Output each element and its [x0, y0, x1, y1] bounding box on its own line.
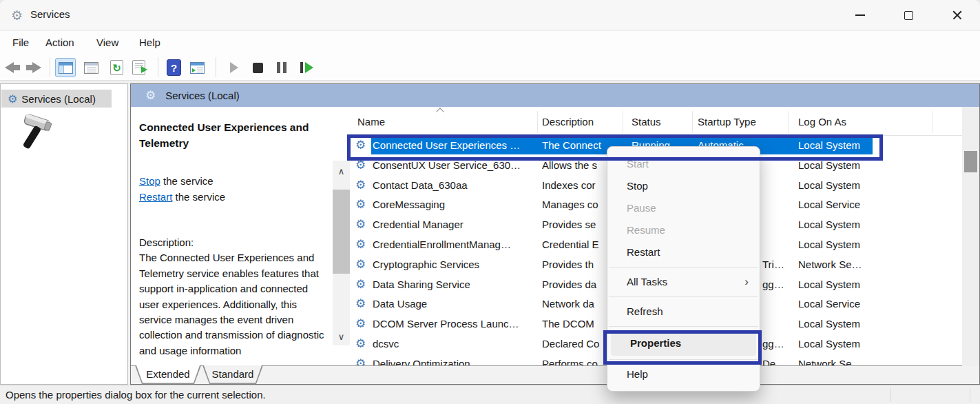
column-divider[interactable]	[692, 111, 693, 133]
start-service-icon[interactable]	[230, 58, 238, 77]
cell-log-on-as: Local System	[798, 275, 908, 295]
export-list-icon[interactable]	[132, 58, 145, 77]
show-console-tree-icon[interactable]	[55, 58, 76, 77]
service-gear-icon: ⚙	[355, 179, 366, 192]
service-gear-icon: ⚙	[355, 238, 366, 252]
cell-log-on-as: Local System	[798, 314, 908, 334]
column-divider[interactable]	[537, 111, 538, 133]
cell-startup-fragment: gg…	[762, 275, 797, 295]
context-menu-item-pause[interactable]: Pause	[607, 197, 760, 219]
cell-name: Contact Data_630aa	[373, 176, 536, 196]
description-scrollbar[interactable]: ∧ ∨	[333, 161, 350, 345]
context-menu-item-help[interactable]: Help	[607, 363, 760, 385]
service-gear-icon: ⚙	[355, 278, 366, 292]
restart-service-line: Restart the service	[139, 189, 225, 205]
context-menu-item-resume[interactable]: Resume	[607, 219, 760, 241]
column-header-description[interactable]: Description	[542, 116, 594, 128]
cell-name: Connected User Experiences …	[373, 136, 536, 156]
show-action-pane-icon[interactable]	[190, 58, 205, 77]
help-icon[interactable]: ?	[167, 58, 181, 77]
cell-name: ConsentUX User Service_630…	[373, 156, 536, 176]
cell-name: Data Usage	[373, 294, 536, 314]
column-header-startup[interactable]: Startup Type	[698, 116, 756, 128]
toolbar-separator	[158, 57, 158, 77]
toolbar-separator	[216, 57, 216, 77]
service-description: Description: The Connected User Experien…	[139, 235, 331, 365]
cell-name: Cryptographic Services	[373, 255, 536, 275]
stop-service-icon[interactable]	[253, 58, 263, 77]
menu-separator	[609, 326, 758, 327]
service-gear-icon: ⚙	[355, 357, 366, 365]
selected-service-title: Connected User Experiences and Telemetry	[139, 119, 331, 151]
cell-log-on-as: Local Service	[798, 294, 908, 314]
panel-header-label: Services (Local)	[165, 90, 240, 101]
column-header-status[interactable]: Status	[632, 116, 661, 128]
minimize-button[interactable]	[849, 5, 871, 26]
panel-gear-icon: ⚙	[145, 88, 156, 103]
menu-help[interactable]: Help	[135, 35, 165, 50]
cell-log-on-as: Local System	[798, 235, 908, 255]
context-menu-item-all-tasks[interactable]: All Tasks›	[607, 271, 760, 293]
service-links: Stop the service Restart the service	[139, 173, 225, 205]
maximize-button[interactable]	[897, 5, 919, 26]
forward-icon[interactable]	[26, 58, 41, 77]
stop-service-link[interactable]: Stop	[139, 175, 160, 187]
cell-log-on-as: Local System	[798, 176, 908, 196]
scroll-down-icon[interactable]: ∨	[333, 330, 350, 344]
extended-pane: Connected User Experiences and Telemetry…	[131, 107, 333, 365]
back-icon[interactable]	[5, 58, 20, 77]
menu-view[interactable]: View	[92, 35, 123, 50]
scrollbar-thumb[interactable]	[964, 151, 977, 172]
cell-name: Credential Manager	[373, 215, 536, 235]
maximize-icon	[904, 11, 913, 20]
description-label: Description:	[139, 235, 331, 250]
cell-name: DCOM Server Process Launc…	[373, 314, 536, 334]
column-divider[interactable]	[788, 111, 789, 133]
service-gear-icon: ⚙	[355, 198, 366, 212]
app-gear-icon: ⚙	[11, 8, 23, 23]
window-title: Services	[30, 8, 70, 20]
service-gear-icon: ⚙	[355, 317, 366, 331]
context-menu-item-refresh[interactable]: Refresh	[607, 301, 760, 323]
stop-service-line: Stop the service	[139, 173, 225, 189]
column-header-logon[interactable]: Log On As	[798, 116, 846, 128]
menu-file[interactable]: File	[8, 35, 33, 50]
scroll-up-icon[interactable]: ∧	[333, 165, 350, 179]
context-menu-item-stop[interactable]: Stop	[607, 175, 760, 197]
service-gear-icon: ⚙	[355, 159, 366, 172]
tab-standard[interactable]: Standard	[202, 365, 263, 384]
sidebar-item-services-local[interactable]: ⚙ Services (Local)	[1, 90, 112, 108]
cell-log-on-as: Local System	[798, 334, 908, 354]
context-menu: StartStopPauseResumeRestartAll Tasks›Ref…	[607, 146, 760, 392]
restart-service-link[interactable]: Restart	[139, 191, 172, 203]
cell-name: Delivery Optimization	[373, 354, 536, 365]
context-menu-item-properties[interactable]: Properties	[611, 331, 756, 356]
cell-startup-fragment: De…	[762, 354, 797, 365]
cell-log-on-as: Local System	[798, 156, 908, 176]
column-divider[interactable]	[932, 111, 932, 133]
menu-separator	[609, 359, 758, 360]
close-icon	[952, 10, 963, 21]
main-panel: ⚙ Services (Local) Connected User Experi…	[130, 83, 980, 385]
service-gear-icon: ⚙	[355, 218, 366, 232]
close-button[interactable]	[946, 5, 968, 26]
restart-service-icon[interactable]	[300, 58, 313, 77]
menu-action[interactable]: Action	[41, 35, 79, 50]
column-divider[interactable]	[623, 111, 623, 133]
pause-service-icon[interactable]	[277, 58, 286, 77]
cell-name: CoreMessaging	[373, 195, 536, 215]
cell-log-on-as: Local Service	[798, 195, 908, 215]
list-scrollbar[interactable]	[962, 107, 979, 366]
restart-service-rest: the service	[172, 191, 225, 203]
list-header: Name Description Status Startup Type Log…	[351, 107, 963, 136]
properties-window-icon[interactable]	[84, 58, 98, 77]
scrollbar-thumb[interactable]	[333, 190, 350, 274]
tab-extended[interactable]: Extended	[135, 365, 201, 384]
menu-separator	[609, 296, 758, 297]
services-gear-icon: ⚙	[8, 92, 17, 105]
context-menu-item-restart[interactable]: Restart	[607, 241, 760, 263]
refresh-icon[interactable]: ↻	[110, 58, 123, 77]
context-menu-item-start[interactable]: Start	[607, 153, 760, 175]
cell-log-on-as: Network Se…	[798, 255, 908, 275]
column-header-name[interactable]: Name	[357, 116, 385, 128]
